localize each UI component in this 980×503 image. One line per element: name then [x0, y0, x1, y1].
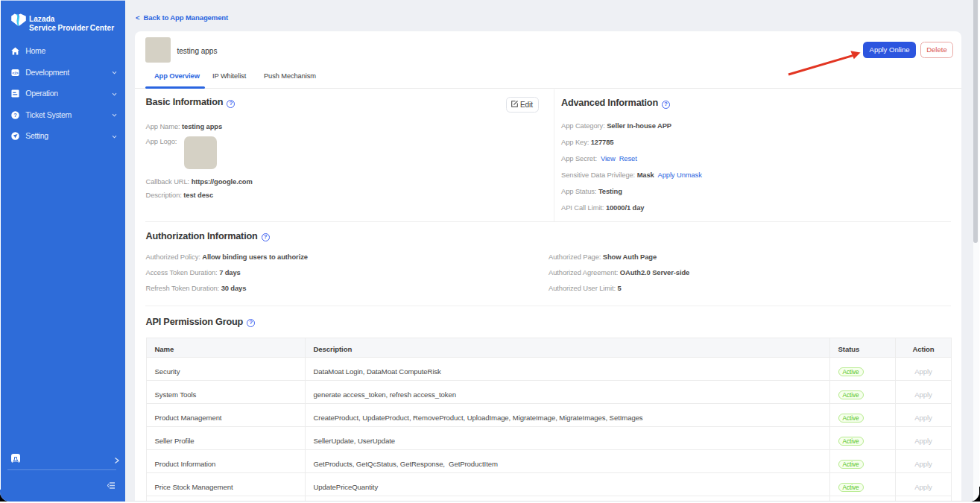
- svg-text:</>: </>: [12, 71, 19, 75]
- svg-text:?: ?: [13, 112, 17, 118]
